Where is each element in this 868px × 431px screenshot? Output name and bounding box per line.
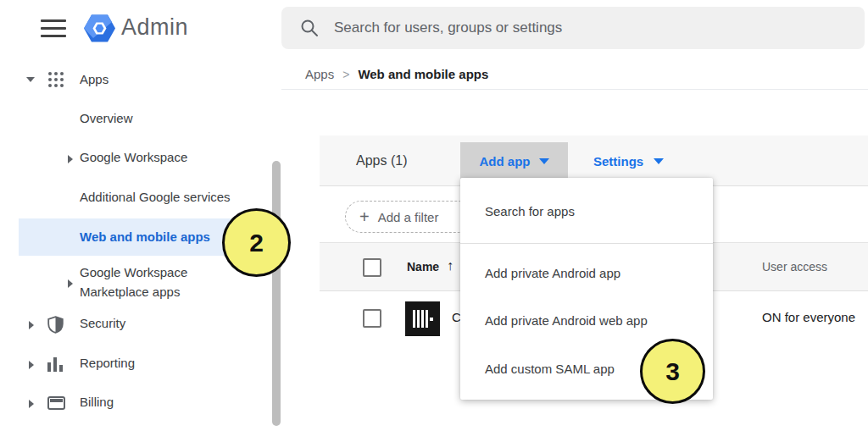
sidebar-item-apps[interactable]: Apps <box>0 68 271 91</box>
google-admin-logo-icon <box>82 11 117 49</box>
sidebar-item-overview[interactable]: Overview <box>0 111 271 130</box>
add-app-button[interactable]: Add app <box>460 142 568 180</box>
app-logo-icon <box>405 301 440 336</box>
select-all-checkbox[interactable] <box>363 258 381 277</box>
search-icon <box>300 19 319 37</box>
sidebar-item-label: Apps <box>80 72 108 86</box>
chevron-right-icon <box>29 400 34 408</box>
sidebar-item-reporting[interactable]: Reporting <box>0 356 271 374</box>
sidebar-item-google-workspace[interactable]: Google Workspace <box>0 150 271 169</box>
sort-ascending-icon[interactable]: ↑ <box>447 258 453 274</box>
apps-grid-icon <box>48 72 64 87</box>
chevron-down-icon <box>539 158 549 164</box>
chevron-down-icon <box>654 158 664 164</box>
billing-card-icon <box>47 396 65 410</box>
column-header-name[interactable]: Name <box>407 260 439 274</box>
menu-divider <box>460 243 713 244</box>
shield-icon <box>47 316 64 337</box>
settings-label: Settings <box>593 154 643 169</box>
breadcrumb-separator: > <box>342 68 349 81</box>
global-search-bar[interactable] <box>281 7 865 49</box>
user-access-value: ON for everyone <box>762 310 855 324</box>
bar-chart-icon <box>47 357 63 372</box>
chevron-right-icon <box>68 279 73 288</box>
row-checkbox[interactable] <box>363 309 381 328</box>
apps-count-title: Apps (1) <box>356 135 407 186</box>
menu-item-add-private-android-app[interactable]: Add private Android app <box>460 266 713 280</box>
menu-item-add-private-android-web-app[interactable]: Add private Android web app <box>460 313 713 328</box>
breadcrumb-parent-link[interactable]: Apps <box>305 67 334 81</box>
add-filter-label: Add a filter <box>378 210 439 224</box>
sidebar-item-security[interactable]: Security <box>0 316 271 334</box>
admin-console-page: Admin Apps > Web and mobile apps Apps Ov… <box>0 0 868 431</box>
annotation-step-2: 2 <box>222 208 291 277</box>
hamburger-menu-icon[interactable] <box>41 19 66 37</box>
chevron-right-icon <box>68 155 73 163</box>
sidebar-item-additional-google-services[interactable]: Additional Google services <box>0 190 271 208</box>
chevron-right-icon <box>29 321 34 329</box>
annotation-step-3: 3 <box>640 339 705 404</box>
brand-title: Admin <box>121 14 188 41</box>
chevron-right-icon <box>29 361 34 369</box>
add-filter-chip[interactable]: + Add a filter <box>345 201 474 233</box>
sidebar-item-marketplace-apps[interactable]: Google Workspace Marketplace apps <box>0 262 271 301</box>
column-header-user-access[interactable]: User access <box>762 260 827 274</box>
search-input[interactable] <box>334 19 809 36</box>
menu-item-search-for-apps[interactable]: Search for apps <box>460 204 713 218</box>
sidebar-item-billing[interactable]: Billing <box>0 395 271 413</box>
breadcrumb-current: Web and mobile apps <box>358 67 488 81</box>
chevron-down-icon <box>26 77 35 82</box>
add-app-label: Add app <box>480 154 531 169</box>
breadcrumb-divider <box>281 89 868 90</box>
breadcrumb: Apps > Web and mobile apps <box>305 67 488 81</box>
sidebar-scrollbar[interactable] <box>272 161 281 426</box>
plus-icon: + <box>359 207 370 227</box>
